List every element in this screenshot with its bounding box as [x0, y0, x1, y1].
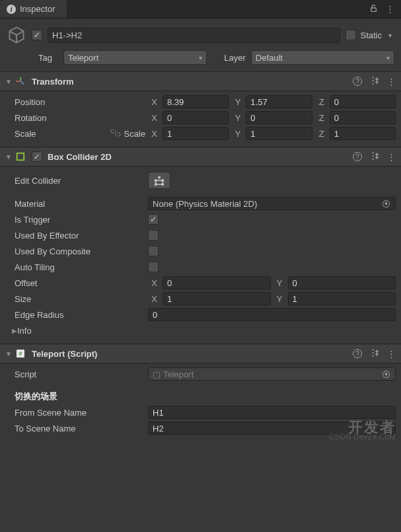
axis-x-label: X [148, 113, 160, 123]
teleport-title: Teleport (Script) [32, 349, 353, 359]
object-name-input[interactable] [48, 28, 340, 43]
context-menu-icon[interactable]: ⋮ [386, 4, 394, 14]
to-scene-input[interactable] [148, 422, 396, 435]
used-by-composite-label: Used By Composite [5, 247, 145, 256]
object-picker-icon: ⦿ [381, 369, 391, 379]
layer-value: Default [256, 53, 283, 63]
rotation-label: Rotation [5, 113, 145, 123]
offset-y-input[interactable] [288, 276, 396, 289]
preset-icon[interactable] [370, 76, 379, 87]
scale-x-input[interactable] [163, 127, 229, 140]
enabled-checkbox[interactable]: ✓ [32, 30, 42, 40]
axis-y-label: Y [273, 278, 285, 288]
box-collider-body: Edit Collider Material None (Physics Mat… [0, 167, 401, 344]
is-trigger-checkbox[interactable]: ✓ [148, 214, 159, 225]
edge-radius-label: Edge Radius [5, 310, 145, 320]
tab-title: Inspector [20, 4, 55, 14]
material-value: None (Physics Material 2D) [153, 199, 257, 209]
axis-z-label: Z [315, 129, 327, 139]
svg-rect-0 [371, 7, 377, 11]
axis-z-label: Z [315, 97, 327, 107]
teleport-header[interactable]: ▼ # Teleport (Script) ? ⋮ [0, 344, 401, 363]
box-collider-enabled-checkbox[interactable]: ✓ [32, 151, 42, 162]
context-menu-icon[interactable]: ⋮ [387, 77, 396, 87]
svg-point-8 [155, 184, 157, 186]
position-y-input[interactable] [246, 95, 312, 108]
object-header: ✓ Static ▾ [0, 19, 401, 48]
used-by-effector-label: Used By Effector [5, 231, 145, 241]
teleport-body: Script ▢ Teleport ⦿ 切换的场景 From Scene Nam… [0, 363, 401, 441]
help-icon[interactable]: ? [353, 77, 362, 86]
axis-x-label: X [148, 278, 160, 288]
size-x-input[interactable] [163, 292, 271, 305]
axis-y-label: Y [273, 294, 285, 304]
static-label: Static [360, 30, 382, 40]
edit-collider-button[interactable] [148, 172, 170, 189]
axis-z-label: Z [315, 113, 327, 123]
rotation-x-input[interactable] [163, 111, 229, 124]
preset-icon[interactable] [370, 151, 379, 163]
foldout-icon[interactable]: ▼ [5, 153, 15, 161]
svg-point-7 [162, 180, 164, 182]
scale-label: Scale Scale [5, 128, 145, 139]
foldout-icon[interactable]: ▼ [5, 78, 15, 85]
rotation-z-input[interactable] [330, 111, 396, 124]
used-by-composite-checkbox[interactable] [148, 246, 159, 256]
svg-rect-4 [17, 153, 24, 161]
size-y-input[interactable] [288, 292, 396, 305]
from-scene-label: From Scene Name [5, 408, 145, 418]
offset-x-input[interactable] [163, 276, 271, 289]
transform-icon [15, 75, 26, 87]
info-icon: i [7, 5, 16, 14]
auto-tiling-checkbox[interactable] [148, 262, 159, 272]
cube-icon[interactable] [7, 25, 26, 45]
lock-icon[interactable] [369, 4, 378, 15]
edit-collider-label: Edit Collider [5, 176, 145, 186]
script-hash-icon: ▢ [153, 369, 161, 379]
used-by-effector-checkbox[interactable] [148, 230, 159, 241]
script-label: Script [5, 369, 145, 379]
inspector-tab[interactable]: i Inspector [0, 0, 67, 18]
axis-y-label: Y [231, 97, 243, 107]
material-field[interactable]: None (Physics Material 2D) ⦿ [148, 197, 396, 210]
context-menu-icon[interactable]: ⋮ [387, 349, 396, 359]
tab-bar: i Inspector ⋮ [0, 0, 401, 19]
tag-dropdown[interactable]: Teleport ▾ [63, 50, 207, 65]
chevron-down-icon: ▾ [386, 54, 390, 61]
from-scene-input[interactable] [148, 406, 396, 419]
position-x-input[interactable] [163, 95, 229, 108]
layer-dropdown[interactable]: Default ▾ [251, 50, 394, 65]
axis-x-label: X [148, 129, 160, 139]
static-dropdown-icon[interactable]: ▾ [386, 32, 394, 39]
static-checkbox[interactable] [346, 30, 356, 40]
scale-y-input[interactable] [246, 127, 312, 140]
section-header: 切换的场景 [5, 391, 57, 402]
chevron-down-icon: ▾ [199, 54, 202, 61]
edge-radius-input[interactable] [148, 308, 396, 321]
position-z-input[interactable] [330, 95, 396, 108]
preset-icon[interactable] [370, 348, 379, 360]
svg-line-3 [20, 81, 23, 83]
help-icon[interactable]: ? [353, 152, 362, 161]
axis-x-label: X [148, 97, 160, 107]
script-field: ▢ Teleport ⦿ [148, 367, 396, 381]
scale-z-input[interactable] [330, 127, 396, 140]
rotation-y-input[interactable] [246, 111, 312, 124]
material-label: Material [5, 199, 145, 209]
foldout-icon[interactable]: ▼ [5, 350, 15, 358]
context-menu-icon[interactable]: ⋮ [387, 152, 396, 162]
svg-point-6 [155, 180, 157, 182]
constrain-icon[interactable] [110, 128, 121, 139]
script-value: Teleport [163, 369, 194, 379]
object-picker-icon[interactable]: ⦿ [381, 199, 391, 209]
auto-tiling-label: Auto Tiling [5, 262, 145, 272]
transform-header[interactable]: ▼ Transform ? ⋮ [0, 71, 401, 91]
axis-y-label: Y [231, 113, 243, 123]
help-icon[interactable]: ? [353, 349, 362, 358]
svg-text:#: # [18, 350, 22, 357]
tag-layer-row: Tag Teleport ▾ Layer Default ▾ [0, 48, 401, 71]
to-scene-label: To Scene Name [5, 424, 145, 434]
foldout-icon[interactable]: ▶ [5, 327, 15, 334]
tag-label: Tag [38, 53, 58, 63]
box-collider-header[interactable]: ▼ ✓ Box Collider 2D ? ⋮ [0, 147, 401, 167]
